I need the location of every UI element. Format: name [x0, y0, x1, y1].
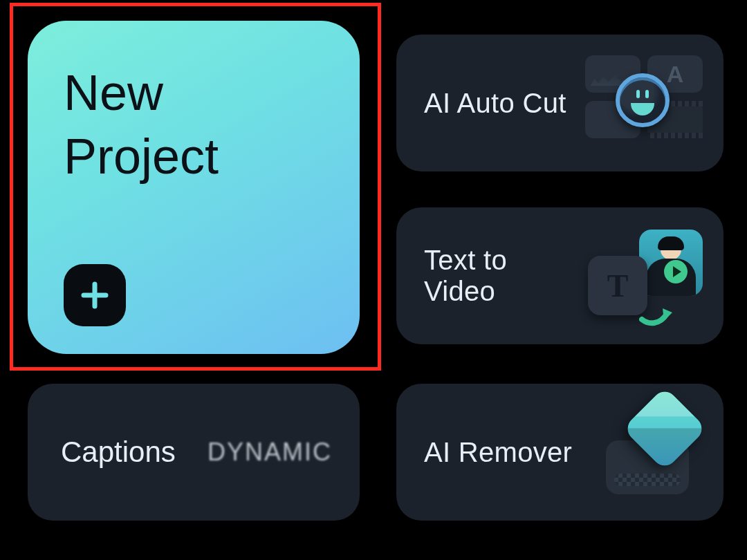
eraser-icon — [585, 393, 703, 511]
plus-icon — [64, 264, 126, 326]
ai-remover-tile[interactable]: AI Remover — [396, 384, 723, 521]
new-project-tile[interactable]: New Project — [28, 21, 360, 354]
ai-auto-cut-label: AI Auto Cut — [424, 88, 566, 119]
ai-remover-label: AI Remover — [424, 437, 572, 468]
new-project-title: New Project — [64, 61, 329, 188]
ai-auto-cut-tile[interactable]: AI Auto Cut A — [396, 35, 723, 171]
captions-label: Captions — [61, 436, 176, 469]
text-to-video-tile[interactable]: Text to Video T — [396, 207, 723, 344]
text-to-video-icon: T — [585, 217, 703, 335]
create-screen: New Project AI Auto Cut A Text to Video … — [0, 0, 747, 560]
play-icon — [664, 260, 688, 283]
auto-cut-icon: A — [585, 44, 703, 162]
arrow-icon — [639, 299, 674, 326]
captions-tile[interactable]: Captions DYNAMIC — [28, 384, 360, 521]
text-to-video-label: Text to Video — [424, 245, 585, 307]
captions-sample-text: DYNAMIC — [208, 438, 332, 467]
